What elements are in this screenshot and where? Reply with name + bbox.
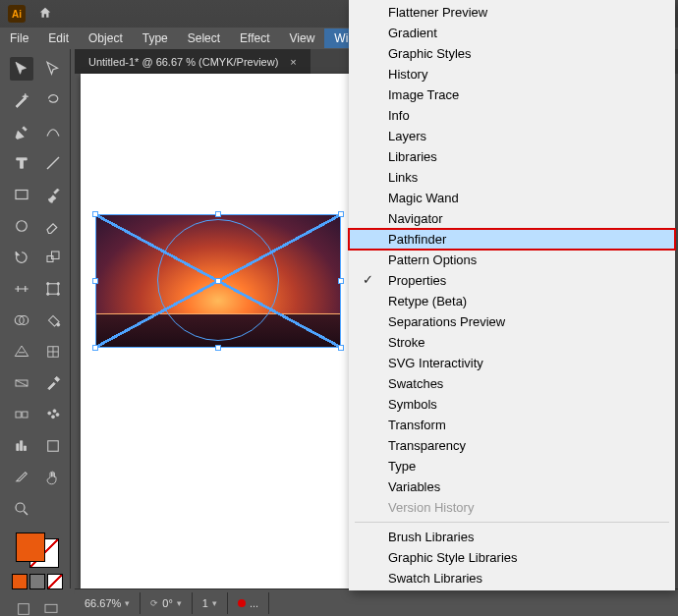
- slice-tool[interactable]: [10, 466, 33, 489]
- menu-item-magic-wand[interactable]: Magic Wand: [349, 188, 675, 208]
- svg-point-8: [57, 293, 59, 295]
- fill-swatch[interactable]: [16, 532, 45, 562]
- menu-item-pathfinder[interactable]: Pathfinder: [349, 229, 675, 250]
- screen-mode-icon[interactable]: [41, 599, 61, 616]
- menu-item-graphic-styles[interactable]: Graphic Styles: [349, 43, 675, 64]
- menu-separator: [355, 522, 669, 523]
- menu-effect[interactable]: Effect: [230, 28, 279, 48]
- close-icon[interactable]: ×: [290, 56, 296, 68]
- hand-tool[interactable]: [41, 466, 65, 489]
- menu-item-gradient[interactable]: Gradient: [349, 23, 675, 43]
- symbol-sprayer-tool[interactable]: [41, 403, 65, 426]
- curvature-tool[interactable]: [41, 120, 65, 143]
- paintbrush-tool[interactable]: [41, 183, 65, 206]
- zoom-level[interactable]: 66.67%▾: [75, 592, 141, 614]
- menu-item-transform[interactable]: Transform: [349, 415, 675, 435]
- menu-item-navigator[interactable]: Navigator: [349, 208, 675, 229]
- menu-item-info[interactable]: Info: [349, 105, 675, 126]
- menu-file[interactable]: File: [0, 28, 38, 48]
- svg-point-11: [56, 323, 59, 326]
- perspective-grid-tool[interactable]: [10, 340, 33, 364]
- gradient-mode-swatch[interactable]: [29, 574, 45, 589]
- menu-item-transparency[interactable]: Transparency: [349, 435, 675, 456]
- menu-object[interactable]: Object: [79, 28, 133, 48]
- menu-item-links[interactable]: Links: [349, 167, 675, 188]
- svg-point-16: [47, 412, 50, 415]
- shape-builder-tool[interactable]: [10, 308, 33, 332]
- menu-item-label: Gradient: [388, 26, 437, 40]
- rectangle-tool[interactable]: [10, 183, 33, 206]
- shaper-tool[interactable]: [10, 214, 33, 238]
- magic-wand-tool[interactable]: [10, 88, 33, 112]
- menu-item-flattener-preview[interactable]: Flattener Preview: [349, 2, 675, 23]
- menu-item-symbols[interactable]: Symbols: [349, 394, 675, 415]
- rotate-view[interactable]: ⟳0°▾: [141, 592, 193, 614]
- menu-item-layers[interactable]: Layers: [349, 126, 675, 146]
- rotate-tool[interactable]: [10, 246, 33, 269]
- type-tool[interactable]: [10, 151, 33, 175]
- color-mode-swatch[interactable]: [12, 574, 28, 589]
- menu-item-swatch-libraries[interactable]: Swatch Libraries: [349, 568, 675, 588]
- eyedropper-tool[interactable]: [41, 371, 65, 395]
- artboard-nav[interactable]: 1▾: [193, 592, 228, 614]
- menu-item-pattern-options[interactable]: Pattern Options: [349, 250, 675, 270]
- zoom-tool[interactable]: [10, 497, 33, 521]
- live-paint-bucket-tool[interactable]: [41, 308, 65, 332]
- svg-rect-15: [22, 412, 27, 418]
- pen-tool[interactable]: [10, 120, 33, 143]
- fill-stroke-swatch[interactable]: [10, 532, 65, 616]
- menu-view[interactable]: View: [280, 28, 325, 48]
- menu-item-retype-beta-[interactable]: Retype (Beta): [349, 291, 675, 311]
- menu-item-type[interactable]: Type: [349, 456, 675, 476]
- recording-dot-icon: [238, 599, 246, 607]
- artboard[interactable]: [81, 74, 385, 588]
- menu-item-separations-preview[interactable]: Separations Preview: [349, 311, 675, 332]
- menu-item-graphic-style-libraries[interactable]: Graphic Style Libraries: [349, 547, 675, 568]
- menu-item-history[interactable]: History: [349, 64, 675, 84]
- ellipse-path[interactable]: [157, 219, 279, 341]
- placed-image-selection[interactable]: [96, 215, 340, 347]
- home-icon[interactable]: [37, 6, 53, 23]
- line-segment-tool[interactable]: [41, 151, 65, 175]
- menu-item-swatches[interactable]: Swatches: [349, 373, 675, 394]
- gradient-tool[interactable]: [10, 371, 33, 395]
- rotate-value: 0°: [162, 597, 173, 609]
- document-tab[interactable]: Untitled-1* @ 66.67 % (CMYK/Preview) ×: [75, 49, 311, 74]
- svg-rect-23: [45, 604, 57, 612]
- menu-item-svg-interactivity[interactable]: SVG Interactivity: [349, 353, 675, 373]
- none-mode-swatch[interactable]: [47, 574, 63, 589]
- menu-item-label: History: [388, 67, 427, 82]
- free-transform-tool[interactable]: [41, 277, 65, 301]
- blend-tool[interactable]: [10, 403, 33, 426]
- direct-selection-tool[interactable]: [41, 57, 65, 81]
- menu-type[interactable]: Type: [133, 28, 178, 48]
- menu-item-libraries[interactable]: Libraries: [349, 146, 675, 167]
- artboard-tool[interactable]: [41, 434, 65, 458]
- mesh-tool[interactable]: [41, 340, 65, 364]
- menu-item-label: Stroke: [388, 335, 425, 350]
- menu-item-image-trace[interactable]: Image Trace: [349, 84, 675, 105]
- menu-item-brush-libraries[interactable]: Brush Libraries: [349, 527, 675, 547]
- menu-item-label: Pattern Options: [388, 252, 477, 267]
- svg-point-6: [57, 283, 59, 285]
- lasso-tool[interactable]: [41, 88, 65, 112]
- scale-tool[interactable]: [41, 246, 65, 269]
- left-panel: [0, 49, 75, 588]
- menu-item-label: Layers: [388, 129, 426, 143]
- column-graph-tool[interactable]: [10, 434, 33, 458]
- menu-item-label: Image Trace: [388, 87, 459, 102]
- menu-select[interactable]: Select: [178, 28, 230, 48]
- eraser-tool[interactable]: [41, 214, 65, 238]
- app-logo: Ai: [8, 5, 26, 23]
- status-more[interactable]: ...: [228, 592, 269, 614]
- menu-edit[interactable]: Edit: [38, 28, 79, 48]
- chevron-down-icon: ▾: [212, 598, 217, 608]
- width-tool[interactable]: [10, 277, 33, 301]
- menu-item-label: Transparency: [388, 438, 466, 453]
- selection-tool[interactable]: [10, 57, 33, 81]
- menu-item-stroke[interactable]: Stroke: [349, 332, 675, 353]
- draw-mode-icon[interactable]: [14, 599, 33, 616]
- menu-item-properties[interactable]: ✓Properties: [349, 270, 675, 291]
- menu-item-label: Graphic Style Libraries: [388, 550, 518, 565]
- menu-item-variables[interactable]: Variables: [349, 476, 675, 497]
